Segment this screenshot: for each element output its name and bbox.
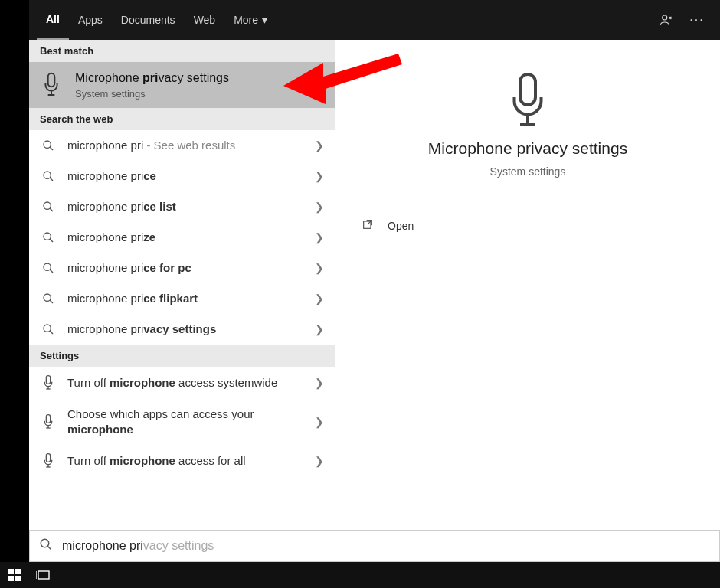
search-icon: [40, 292, 57, 305]
search-icon: [40, 262, 57, 274]
search-icon: [40, 201, 57, 213]
search-icon: [40, 323, 57, 335]
web-result-label: microphone price: [67, 168, 315, 184]
settings-result-item[interactable]: Choose which apps can access your microp…: [29, 399, 335, 445]
search-icon: [40, 231, 57, 243]
svg-point-0: [663, 15, 667, 20]
chevron-right-icon: ❯: [315, 292, 324, 305]
section-search-web: Search the web: [29, 108, 335, 130]
preview-title: Microphone privacy settings: [428, 139, 627, 158]
svg-line-33: [47, 546, 51, 550]
chevron-right-icon: ❯: [315, 231, 324, 243]
web-result-label: microphone price flipkart: [67, 291, 315, 306]
svg-line-9: [50, 208, 53, 211]
settings-result-label: Choose which apps can access your microp…: [67, 407, 315, 437]
microphone-icon: [40, 452, 57, 469]
microphone-icon: [40, 70, 63, 100]
svg-rect-38: [38, 571, 49, 579]
tabs-bar: All Apps Documents Web More▾ ···: [29, 0, 720, 40]
svg-line-17: [50, 331, 53, 334]
microphone-icon: [40, 413, 57, 430]
svg-rect-35: [15, 569, 21, 574]
content-area: Best match Microphone privacy settings S…: [29, 40, 720, 562]
svg-point-14: [44, 294, 51, 301]
tab-apps[interactable]: Apps: [69, 0, 112, 40]
chevron-right-icon: ❯: [315, 170, 324, 182]
tab-all[interactable]: All: [37, 0, 69, 40]
svg-rect-34: [8, 569, 14, 574]
tab-web[interactable]: Web: [185, 0, 225, 40]
svg-line-5: [50, 147, 53, 150]
web-result-label: microphone pri - See web results: [67, 138, 315, 153]
svg-point-8: [44, 202, 51, 209]
tab-documents[interactable]: Documents: [112, 0, 185, 40]
svg-point-4: [44, 141, 51, 148]
settings-result-label: Turn off microphone access for all: [67, 453, 315, 469]
best-match-subtitle: System settings: [75, 88, 229, 100]
tab-more[interactable]: More▾: [224, 0, 277, 40]
web-result-label: microphone prize: [67, 230, 315, 245]
search-icon: [40, 139, 57, 152]
section-best-match: Best match: [29, 40, 335, 62]
results-list: Best match Microphone privacy settings S…: [29, 40, 335, 562]
svg-rect-24: [46, 454, 50, 462]
chevron-right-icon: ❯: [315, 416, 324, 428]
svg-line-13: [50, 270, 53, 273]
web-result-item[interactable]: microphone privacy settings❯: [29, 314, 335, 345]
svg-point-6: [44, 172, 51, 178]
chevron-right-icon: ❯: [315, 262, 324, 274]
web-result-item[interactable]: microphone price list❯: [29, 191, 335, 222]
web-result-item[interactable]: microphone price flipkart❯: [29, 283, 335, 314]
web-result-label: microphone price for pc: [67, 260, 315, 276]
settings-result-label: Turn off microphone access systemwide: [67, 375, 315, 390]
chevron-right-icon: ❯: [315, 201, 324, 213]
svg-point-16: [44, 325, 51, 332]
section-settings: Settings: [29, 345, 335, 367]
svg-rect-1: [48, 74, 55, 87]
svg-line-7: [50, 178, 53, 181]
search-panel: All Apps Documents Web More▾ ··· Best ma…: [29, 0, 720, 562]
web-result-item[interactable]: microphone price❯: [29, 161, 335, 191]
settings-result-item[interactable]: Turn off microphone access for all❯: [29, 445, 335, 477]
web-result-item[interactable]: microphone pri - See web results❯: [29, 130, 335, 161]
microphone-large-icon: [505, 70, 551, 132]
best-match-title: Microphone privacy settings: [75, 71, 229, 85]
svg-rect-21: [46, 415, 50, 423]
preview-pane: Microphone privacy settings System setti…: [335, 40, 720, 562]
start-button[interactable]: [0, 562, 29, 588]
best-match-item[interactable]: Microphone privacy settings System setti…: [29, 62, 335, 108]
search-icon: [39, 537, 53, 554]
microphone-icon: [40, 374, 57, 391]
more-options-icon[interactable]: ···: [682, 13, 712, 27]
taskbar: [0, 562, 720, 588]
feedback-icon[interactable]: [651, 13, 682, 27]
preview-subtitle: System settings: [490, 165, 566, 178]
search-autocomplete-text: vacy settings: [143, 539, 214, 553]
search-input[interactable]: microphone privacy settings: [29, 530, 720, 562]
chevron-right-icon: ❯: [315, 323, 324, 335]
open-label: Open: [388, 220, 414, 232]
svg-rect-27: [520, 74, 535, 105]
open-icon: [362, 218, 374, 233]
svg-rect-18: [46, 376, 50, 384]
svg-point-10: [44, 233, 51, 240]
svg-point-12: [44, 263, 51, 270]
web-result-label: microphone price list: [67, 199, 315, 214]
svg-point-32: [41, 539, 49, 547]
web-result-item[interactable]: microphone prize❯: [29, 222, 335, 253]
search-typed-text: microphone pri: [62, 539, 143, 553]
chevron-right-icon: ❯: [315, 377, 324, 389]
chevron-right-icon: ❯: [315, 139, 324, 152]
svg-line-11: [50, 239, 53, 242]
settings-result-item[interactable]: Turn off microphone access systemwide❯: [29, 367, 335, 399]
svg-rect-36: [8, 576, 14, 581]
open-action[interactable]: Open: [335, 204, 720, 247]
web-result-label: microphone privacy settings: [67, 322, 315, 337]
search-icon: [40, 170, 57, 182]
chevron-right-icon: ❯: [315, 455, 324, 467]
task-view-button[interactable]: [29, 562, 58, 588]
web-result-item[interactable]: microphone price for pc❯: [29, 253, 335, 283]
svg-rect-37: [15, 576, 21, 581]
svg-line-15: [50, 300, 53, 303]
chevron-down-icon: ▾: [262, 14, 267, 26]
